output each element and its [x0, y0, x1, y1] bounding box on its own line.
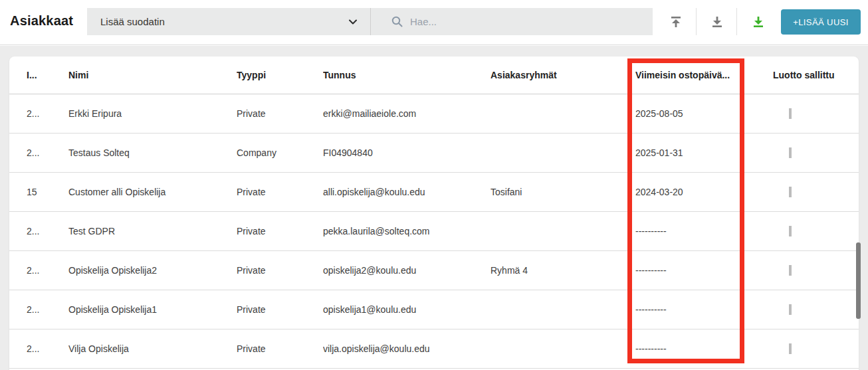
cell-id: 2...: [9, 265, 68, 276]
export-download-button[interactable]: [745, 9, 772, 35]
filter-search-bar: Lisää suodatin Hae...: [87, 8, 653, 35]
column-header-nimi[interactable]: Nimi: [68, 70, 237, 80]
top-bar: Asiakkaat Lisää suodatin Hae...: [0, 0, 868, 45]
cell-tunnus: alli.opiskelija@koulu.edu: [323, 187, 490, 197]
cell-tyyppi: Private: [237, 343, 323, 354]
cell-tyyppi: Company: [237, 147, 323, 158]
column-header-viimeisin-ostopaiva[interactable]: Viimeisin ostopäivä...: [635, 70, 773, 80]
cell-tyyppi: Private: [237, 187, 323, 197]
cell-tyyppi: Private: [237, 108, 323, 119]
cell-nimi: Opiskelija Opiskelija2: [68, 265, 237, 276]
cell-tunnus: vilja.opiskelija@koulu.edu: [323, 343, 490, 354]
cell-tyyppi: Private: [237, 265, 323, 276]
cell-tunnus: FI04904840: [323, 147, 490, 158]
column-header-tunnus[interactable]: Tunnus: [323, 70, 490, 80]
filter-dropdown[interactable]: Lisää suodatin: [87, 8, 370, 35]
download-button[interactable]: [704, 9, 730, 35]
cell-id: 2...: [9, 304, 68, 315]
cell-tunnus: opiskelija2@koulu.edu: [323, 265, 490, 276]
column-header-luotto-sallittu[interactable]: Luotto sallittu: [773, 70, 859, 80]
customers-table: I... Nimi Tyyppi Tunnus Asiakasryhmät Vi…: [9, 56, 859, 370]
cell-id: 15: [9, 187, 68, 197]
credit-allowed-checkbox[interactable]: [789, 226, 792, 236]
filter-dropdown-label: Lisää suodatin: [100, 16, 165, 27]
cell-tyyppi: Private: [237, 226, 323, 236]
cell-id: 2...: [9, 343, 68, 354]
table-row[interactable]: 2... Opiskelija Opiskelija2 Private opis…: [9, 251, 859, 290]
table-row[interactable]: 15 Customer alli Opiskelija Private alli…: [9, 173, 859, 212]
credit-allowed-checkbox[interactable]: [789, 147, 792, 158]
cell-viimeisin: 2024-03-20: [635, 187, 773, 197]
search-icon: [391, 15, 403, 28]
cell-viimeisin: ----------: [635, 265, 773, 276]
table-row[interactable]: 2... Opiskelija Opiskelija1 Private opis…: [9, 290, 859, 329]
upload-icon: [669, 15, 683, 29]
table-row[interactable]: 2... Vilja Opiskelija Private vilja.opis…: [9, 329, 859, 369]
cell-nimi: Customer alli Opiskelija: [68, 187, 237, 197]
cell-viimeisin: 2025-08-05: [635, 108, 773, 119]
credit-allowed-checkbox[interactable]: [789, 265, 792, 276]
cell-nimi: Test GDPR: [68, 226, 237, 236]
toolbar-divider: [736, 8, 737, 35]
column-header-asiakasryhmat[interactable]: Asiakasryhmät: [490, 70, 635, 80]
table-header-row: I... Nimi Tyyppi Tunnus Asiakasryhmät Vi…: [9, 56, 859, 94]
cell-id: 2...: [9, 226, 68, 236]
table-row[interactable]: 2... Erkki Eripura Private erkki@mailiae…: [9, 94, 859, 134]
toolbar-divider: [696, 8, 697, 35]
search-placeholder: Hae...: [410, 16, 437, 27]
cell-nimi: Erkki Eripura: [68, 108, 237, 119]
vertical-scrollbar-thumb[interactable]: [856, 242, 861, 319]
download-green-icon: [751, 15, 766, 29]
upload-button[interactable]: [663, 9, 689, 35]
cell-tunnus: erkki@mailiaeiole.com: [323, 108, 490, 119]
credit-allowed-checkbox[interactable]: [789, 187, 792, 197]
cell-tunnus: pekka.laurila@solteq.com: [323, 226, 490, 236]
credit-allowed-checkbox[interactable]: [789, 343, 792, 354]
cell-tunnus: opiskelija1@koulu.edu: [323, 304, 490, 315]
column-header-id[interactable]: I...: [9, 70, 68, 80]
cell-viimeisin: ----------: [635, 343, 773, 354]
chevron-down-icon: [348, 17, 358, 27]
cell-nimi: Vilja Opiskelija: [68, 343, 237, 354]
add-new-button[interactable]: +LISÄÄ UUSI: [781, 9, 861, 35]
table-row[interactable]: 2... Testaus Solteq Company FI04904840 2…: [9, 134, 859, 173]
cell-asiakasryhmat: Tosifani: [490, 187, 635, 197]
cell-nimi: Opiskelija Opiskelija1: [68, 304, 237, 315]
column-header-tyyppi[interactable]: Tyyppi: [237, 70, 323, 80]
download-icon: [710, 15, 724, 29]
search-input[interactable]: Hae...: [371, 8, 653, 35]
cell-viimeisin: ----------: [635, 304, 773, 315]
page-title: Asiakkaat: [10, 13, 73, 29]
cell-id: 2...: [9, 147, 68, 158]
credit-allowed-checkbox[interactable]: [789, 108, 792, 119]
table-row[interactable]: 2... Test GDPR Private pekka.laurila@sol…: [9, 212, 859, 251]
credit-allowed-checkbox[interactable]: [789, 304, 792, 315]
cell-id: 2...: [9, 108, 68, 119]
cell-asiakasryhmat: Ryhmä 4: [490, 265, 635, 276]
cell-viimeisin: ----------: [635, 226, 773, 236]
cell-nimi: Testaus Solteq: [68, 147, 237, 158]
cell-tyyppi: Private: [237, 304, 323, 315]
cell-viimeisin: 2025-01-31: [635, 147, 773, 158]
